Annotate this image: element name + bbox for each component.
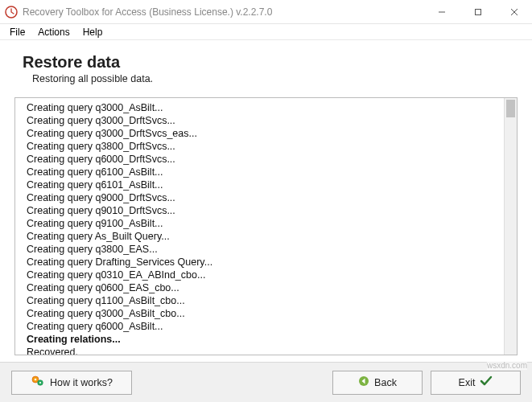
log-line: Creating query q9010_DrftSvcs...: [27, 204, 499, 217]
svg-point-8: [39, 382, 41, 384]
app-icon: [5, 6, 18, 18]
svg-point-6: [35, 379, 37, 381]
log-line: Creating query q3800_DrftSvcs...: [27, 140, 499, 153]
log-line: Creating query q6100_AsBilt...: [27, 166, 499, 178]
log-line: Creating query q3000_AsBilt...: [27, 101, 499, 114]
log-line: Creating query q3000_DrftSvcs_eas...: [27, 127, 499, 140]
log-line: Creating query q6000_AsBilt...: [27, 320, 499, 333]
gear-icon: [31, 374, 45, 391]
svg-rect-2: [475, 9, 480, 14]
log-line: Creating query q1100_AsBilt_cbo...: [27, 294, 499, 307]
menu-help[interactable]: Help: [76, 25, 109, 39]
footer: How it works? Back Exit: [0, 362, 532, 402]
log-line: Creating query Drafting_Services Query..…: [27, 256, 499, 269]
log-line: Creating query q9100_AsBilt...: [27, 217, 499, 230]
log-line: Creating relations...: [27, 333, 499, 346]
log-line: Creating query q6101_AsBilt...: [27, 178, 499, 191]
menubar: File Actions Help: [0, 24, 532, 40]
log-line: Creating query q9000_DrftSvcs...: [27, 191, 499, 204]
log-panel: Creating query q3000_AsBilt...Creating q…: [14, 97, 518, 355]
how-it-works-button[interactable]: How it works?: [11, 371, 132, 395]
scrollbar-thumb[interactable]: [506, 100, 515, 117]
back-button[interactable]: Back: [332, 371, 423, 395]
page-subtitle: Restoring all possible data.: [32, 73, 509, 84]
titlebar: Recovery Toolbox for Access (Business Li…: [0, 0, 532, 24]
exit-label: Exit: [459, 377, 476, 388]
log-line: Creating query q6000_DrftSvcs...: [27, 153, 499, 166]
log-content: Creating query q3000_AsBilt...Creating q…: [15, 98, 517, 355]
log-line: Creating query q0310_EA_ABInd_cbo...: [27, 269, 499, 281]
log-line: Creating query q3000_DrftSvcs...: [27, 114, 499, 127]
check-icon: [480, 375, 493, 389]
page-header: Restore data Restoring all possible data…: [0, 40, 532, 91]
back-arrow-icon: [358, 375, 369, 389]
menu-file[interactable]: File: [3, 25, 31, 39]
exit-button[interactable]: Exit: [431, 371, 521, 395]
how-it-works-label: How it works?: [50, 377, 113, 388]
log-line: Recovered.: [27, 346, 499, 355]
maximize-button[interactable]: [460, 0, 496, 23]
minimize-button[interactable]: [423, 0, 460, 23]
window-controls: [423, 0, 532, 23]
log-line: Creating query As_Built Query...: [27, 230, 499, 243]
log-line: Creating query q0600_EAS_cbo...: [27, 281, 499, 294]
window-title: Recovery Toolbox for Access (Business Li…: [23, 6, 423, 18]
log-line: Creating query q3000_AsBilt_cbo...: [27, 307, 499, 320]
menu-actions[interactable]: Actions: [31, 25, 76, 39]
log-line: Creating query q3800_EAS...: [27, 243, 499, 256]
scrollbar[interactable]: [504, 98, 517, 355]
page-title: Restore data: [23, 53, 509, 72]
back-label: Back: [374, 377, 397, 388]
close-button[interactable]: [496, 0, 532, 23]
